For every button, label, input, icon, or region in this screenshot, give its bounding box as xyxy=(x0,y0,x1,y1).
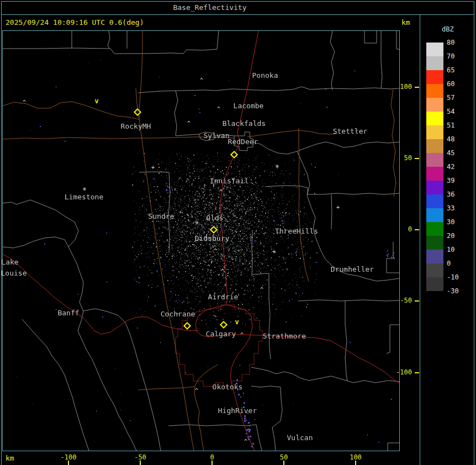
colorbar-tick-label: 70 xyxy=(447,52,454,60)
colorbar-tick-label: 45 xyxy=(447,149,454,157)
colorbar-swatch xyxy=(426,236,443,250)
map-bottom-border xyxy=(2,451,400,451)
bottom-axis-tick xyxy=(211,461,213,465)
colorbar-swatch xyxy=(426,125,443,139)
colorbar-swatch xyxy=(426,208,443,222)
colorbar-title: dBZ xyxy=(442,25,454,33)
colorbar-swatch xyxy=(426,84,443,98)
map-right-border xyxy=(399,30,400,451)
bottom-axis-label: 50 xyxy=(280,453,288,461)
right-axis-tick xyxy=(415,372,419,373)
frame-right-border xyxy=(474,1,474,465)
colorbar-swatch xyxy=(426,167,443,181)
axis-unit-top: km xyxy=(401,18,410,27)
colorbar-swatch xyxy=(426,43,443,56)
colorbar-swatch xyxy=(426,98,443,112)
colorbar-tick-label: 33 xyxy=(447,204,454,212)
right-axis-tick xyxy=(415,229,419,230)
colorbar-tick-label: -30 xyxy=(447,287,459,295)
colorbar-tick-label: 10 xyxy=(447,246,454,253)
colorbar-tick-label: 30 xyxy=(447,218,454,226)
colorbar-swatch xyxy=(426,222,443,236)
colorbar-swatch xyxy=(426,194,443,208)
bottom-axis-label: -100 xyxy=(61,453,77,461)
colorbar-tick-label: 48 xyxy=(447,135,454,143)
colorbar-swatch xyxy=(426,153,443,167)
right-axis-tick xyxy=(415,300,419,302)
colorbar-swatch xyxy=(426,139,443,153)
colorbar-tick-label: 60 xyxy=(447,80,454,88)
right-axis-tick xyxy=(415,158,419,159)
radar-application-window: Base_Reflectivity 2025/09/24 10:09:16 UT… xyxy=(0,0,476,465)
colorbar-tick-label: 39 xyxy=(447,177,454,184)
page-title: Base_Reflectivity xyxy=(0,3,420,12)
frame-left-border xyxy=(1,1,2,465)
titlebar-bottom-border xyxy=(1,14,474,15)
colorbar-tick-label: 80 xyxy=(447,39,454,46)
bottom-axis-label: 0 xyxy=(210,453,214,461)
bottom-axis-label: -50 xyxy=(134,453,146,461)
colorbar-swatch xyxy=(426,70,443,84)
bottom-axis-tick xyxy=(355,461,356,465)
colorbar-tick-label: 20 xyxy=(447,232,454,240)
colorbar-tick-label: 42 xyxy=(447,163,454,171)
colorbar-swatch xyxy=(426,56,443,70)
colorbar-swatch xyxy=(426,181,443,194)
colorbar-swatch xyxy=(426,250,443,263)
colorbar-swatch xyxy=(426,112,443,125)
bottom-axis-tick xyxy=(140,461,141,465)
colorbar-divider xyxy=(420,14,420,465)
colorbar-swatch xyxy=(426,277,443,291)
colorbar-tick-label: -10 xyxy=(447,273,459,281)
colorbar-tick-label: 65 xyxy=(447,66,454,74)
radar-echo-layer[interactable] xyxy=(2,31,399,451)
bottom-axis-tick xyxy=(283,461,284,465)
colorbar-swatch xyxy=(426,263,443,277)
colorbar-tick-label: 54 xyxy=(447,108,454,115)
colorbar-tick-label: 51 xyxy=(447,121,454,129)
axis-unit-bottom: km xyxy=(6,454,14,462)
colorbar-tick-label: 57 xyxy=(447,94,454,102)
right-axis-tick xyxy=(415,87,419,88)
bottom-axis-label: 100 xyxy=(350,453,362,461)
bottom-axis-tick xyxy=(68,461,69,465)
scan-timestamp: 2025/09/24 10:09:16 UTC 0.6(deg) xyxy=(6,18,144,27)
colorbar-tick-label: 0 xyxy=(447,260,451,267)
frame-top-border xyxy=(1,1,474,2)
colorbar-tick-label: 36 xyxy=(447,191,454,198)
